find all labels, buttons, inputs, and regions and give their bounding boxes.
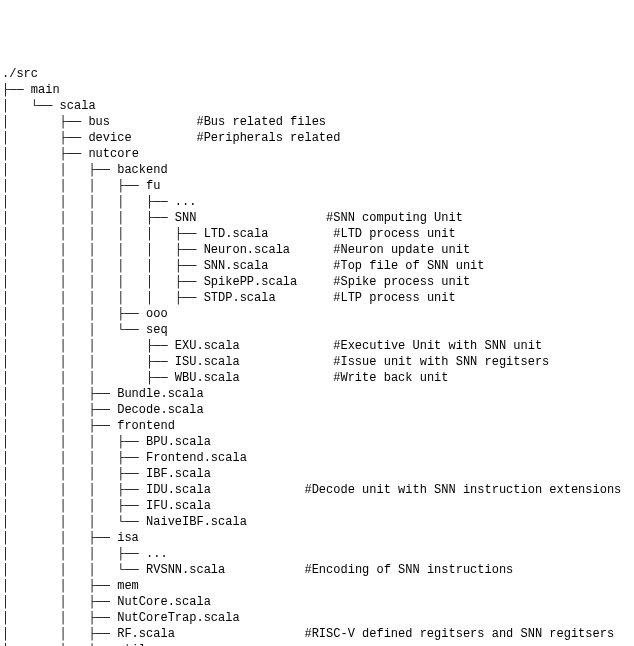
tree-prefix: ./	[2, 66, 16, 82]
tree-prefix: │ │ │ └──	[2, 322, 146, 338]
tree-line: │ │ │ ├── WBU.scala #Write back unit	[2, 370, 632, 386]
spacing	[196, 210, 326, 226]
spacing	[290, 242, 333, 258]
tree-line: │ │ │ ├── EXU.scala #Executive Unit with…	[2, 338, 632, 354]
tree-prefix: │ │ │ ├──	[2, 466, 146, 482]
tree-prefix: │ │ ├──	[2, 594, 117, 610]
tree-line: │ │ │ │ ├── ...	[2, 194, 632, 210]
tree-prefix: │ │ │ │ ├──	[2, 194, 175, 210]
tree-prefix: │ │ │ │ │ ├──	[2, 242, 204, 258]
tree-prefix: │ │ ├──	[2, 402, 117, 418]
node-name: RF.scala	[117, 626, 175, 642]
node-name: nutcore	[88, 146, 138, 162]
node-name: STDP.scala	[204, 290, 276, 306]
tree-prefix: │ ├──	[2, 114, 88, 130]
spacing	[132, 130, 197, 146]
spacing	[110, 114, 196, 130]
node-name: EXU.scala	[175, 338, 240, 354]
tree-prefix: │ │ │ │ │ ├──	[2, 226, 204, 242]
tree-line: │ │ │ ├── ...	[2, 546, 632, 562]
spacing	[268, 226, 333, 242]
node-name: NutCore.scala	[117, 594, 211, 610]
spacing	[240, 370, 334, 386]
tree-line: │ │ │ ├── IFU.scala	[2, 498, 632, 514]
tree-line: │ │ │ ├── ISU.scala #Issue unit with SNN…	[2, 354, 632, 370]
node-name: IFU.scala	[146, 498, 211, 514]
node-name: SpikePP.scala	[204, 274, 298, 290]
comment-text: #Write back unit	[333, 370, 448, 386]
node-name: IBF.scala	[146, 466, 211, 482]
spacing	[211, 482, 305, 498]
comment-text: #Spike process unit	[333, 274, 470, 290]
tree-prefix: │ │ │ ├──	[2, 338, 175, 354]
node-name: bus	[88, 114, 110, 130]
tree-line: │ │ │ └── RVSNN.scala #Encoding of SNN i…	[2, 562, 632, 578]
comment-text: #Neuron update unit	[333, 242, 470, 258]
tree-prefix: │ │ │ ├──	[2, 306, 146, 322]
node-name: scala	[60, 98, 96, 114]
node-name: WBU.scala	[175, 370, 240, 386]
node-name: ISU.scala	[175, 354, 240, 370]
tree-line: │ │ │ ├── IBF.scala	[2, 466, 632, 482]
comment-text: #Bus related files	[196, 114, 326, 130]
tree-line: │ │ ├── backend	[2, 162, 632, 178]
tree-line: │ │ │ │ │ ├── SNN.scala #Top file of SNN…	[2, 258, 632, 274]
tree-line: │ │ │ ├── fu	[2, 178, 632, 194]
tree-line: │ │ │ └── NaiveIBF.scala	[2, 514, 632, 530]
comment-text: #Executive Unit with SNN unit	[333, 338, 542, 354]
tree-line: │ │ │ └── seq	[2, 322, 632, 338]
tree-line: │ │ │ ├── BPU.scala	[2, 434, 632, 450]
node-name: SNN	[175, 210, 197, 226]
tree-line: │ │ │ │ │ ├── Neuron.scala #Neuron updat…	[2, 242, 632, 258]
tree-line: ./src	[2, 66, 632, 82]
tree-prefix: │ │ ├──	[2, 530, 117, 546]
node-name: NutCoreTrap.scala	[117, 610, 239, 626]
tree-prefix: │ │ │ └──	[2, 562, 146, 578]
tree-prefix: │ │ ├──	[2, 578, 117, 594]
spacing	[175, 626, 305, 642]
node-name: Bundle.scala	[117, 386, 203, 402]
tree-prefix: │ │ │ │ ├──	[2, 210, 175, 226]
tree-line: │ │ ├── NutCoreTrap.scala	[2, 610, 632, 626]
comment-text: #RISC-V defined regitsers and SNN regits…	[304, 626, 614, 642]
node-name: frontend	[117, 418, 175, 434]
comment-text: #SNN computing Unit	[326, 210, 463, 226]
spacing	[276, 290, 334, 306]
tree-line: │ │ ├── isa	[2, 530, 632, 546]
tree-line: │ │ ├── NutCore.scala	[2, 594, 632, 610]
spacing	[240, 338, 334, 354]
tree-prefix: │ ├──	[2, 146, 88, 162]
tree-prefix: │ │ ├──	[2, 162, 117, 178]
node-name: LTD.scala	[204, 226, 269, 242]
tree-prefix: │ │ │ ├──	[2, 178, 146, 194]
comment-text: #Encoding of SNN instructions	[304, 562, 513, 578]
tree-prefix: │ │ │ └──	[2, 514, 146, 530]
node-name: utils	[117, 642, 153, 646]
directory-tree: ./src├── main│ └── scala│ ├── bus #Bus r…	[2, 66, 632, 646]
tree-prefix: │ │ │ │ │ ├──	[2, 274, 204, 290]
tree-line: │ ├── bus #Bus related files	[2, 114, 632, 130]
tree-prefix: │ │ ├──	[2, 626, 117, 642]
tree-line: │ │ ├── mem	[2, 578, 632, 594]
tree-prefix: │ │ │ ├──	[2, 354, 175, 370]
node-name: fu	[146, 178, 160, 194]
tree-line: │ └── scala	[2, 98, 632, 114]
tree-prefix: │ │ │ ├──	[2, 498, 146, 514]
tree-prefix: │ │ │ │ │ ├──	[2, 258, 204, 274]
spacing	[225, 562, 304, 578]
node-name: Neuron.scala	[204, 242, 290, 258]
tree-prefix: │ │ ├──	[2, 610, 117, 626]
tree-prefix: │ │ └──	[2, 642, 117, 646]
comment-text: #Decode unit with SNN instruction extens…	[304, 482, 621, 498]
tree-prefix: │ │ │ ├──	[2, 546, 146, 562]
node-name: NaiveIBF.scala	[146, 514, 247, 530]
tree-prefix: │ │ │ ├──	[2, 434, 146, 450]
spacing	[297, 274, 333, 290]
tree-line: │ ├── device #Peripherals related	[2, 130, 632, 146]
node-name: ...	[175, 194, 197, 210]
node-name: main	[31, 82, 60, 98]
tree-line: │ │ │ │ │ ├── STDP.scala #LTP process un…	[2, 290, 632, 306]
node-name: isa	[117, 530, 139, 546]
tree-line: │ │ └── utils	[2, 642, 632, 646]
comment-text: #LTP process unit	[333, 290, 455, 306]
